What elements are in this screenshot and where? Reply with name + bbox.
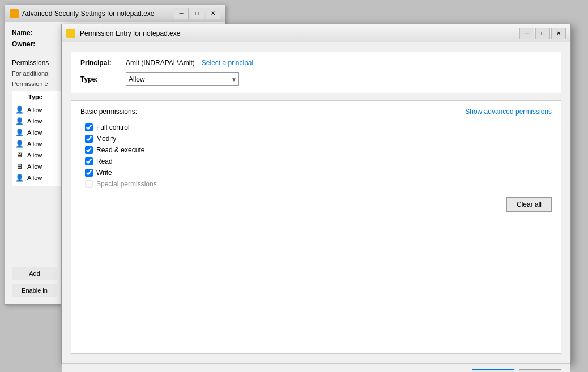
main-window-icon xyxy=(66,29,75,38)
special-permissions-label: Special permissions xyxy=(96,180,157,188)
type-dropdown-wrapper: Allow Deny ▼ xyxy=(126,72,239,86)
type-dropdown[interactable]: Allow Deny xyxy=(126,72,239,86)
user-icon-3: 👤 xyxy=(15,128,24,137)
cancel-button[interactable]: Cancel xyxy=(519,369,561,372)
select-principal-link[interactable]: Select a principal xyxy=(202,59,253,67)
type-row: Type: Allow Deny ▼ xyxy=(80,72,552,86)
permission-special: Special permissions xyxy=(80,180,552,188)
show-advanced-link[interactable]: Show advanced permissions xyxy=(465,108,552,116)
user-icon-2: 👤 xyxy=(15,117,24,126)
basic-permissions-label: Basic permissions: xyxy=(80,108,137,116)
principal-type-section: Principal: Amit (INDRAPAL\Amit) Select a… xyxy=(71,52,561,93)
bg-minimize-button[interactable]: ─ xyxy=(174,8,189,19)
main-titlebar: Permission Entry for notepad.exe ─ □ ✕ xyxy=(62,24,570,42)
main-minimize-button[interactable]: ─ xyxy=(519,28,534,39)
read-checkbox[interactable] xyxy=(85,157,93,165)
type-value-7: Allow xyxy=(27,174,42,181)
permissions-section: Basic permissions: Show advanced permiss… xyxy=(71,100,561,354)
modify-checkbox[interactable] xyxy=(85,135,93,143)
bg-titlebar-buttons: ─ □ ✕ xyxy=(174,8,220,19)
write-label: Write xyxy=(96,169,112,177)
full-control-label: Full control xyxy=(96,123,130,131)
main-titlebar-buttons: ─ □ ✕ xyxy=(519,28,566,39)
type-label: Type: xyxy=(80,75,126,83)
bg-window-title: Advanced Security Settings for notepad.e… xyxy=(22,10,171,18)
permission-write: Write xyxy=(80,169,552,177)
modify-label: Modify xyxy=(96,135,116,143)
bg-add-button[interactable]: Add xyxy=(12,267,57,280)
bg-enable-button[interactable]: Enable in xyxy=(12,284,57,297)
permission-entry-dialog: Permission Entry for notepad.exe ─ □ ✕ P… xyxy=(61,24,571,364)
bg-type-header: Type xyxy=(28,93,42,100)
bg-window-icon xyxy=(10,9,19,18)
read-label: Read xyxy=(96,157,113,165)
bg-name-label: Name: xyxy=(12,29,57,37)
permissions-header: Basic permissions: Show advanced permiss… xyxy=(80,108,552,116)
permission-full-control: Full control xyxy=(80,123,552,131)
read-execute-label: Read & execute xyxy=(96,146,144,154)
type-value-3: Allow xyxy=(27,129,42,136)
main-close-button[interactable]: ✕ xyxy=(551,28,566,39)
computer-icon-2: 🖥 xyxy=(15,162,24,171)
principal-label: Principal: xyxy=(80,59,126,67)
main-body: Principal: Amit (INDRAPAL\Amit) Select a… xyxy=(62,42,570,363)
clear-all-row: Clear all xyxy=(80,197,552,212)
full-control-checkbox[interactable] xyxy=(85,123,93,131)
user-icon-4: 👤 xyxy=(15,139,24,148)
principal-value: Amit (INDRAPAL\Amit) xyxy=(126,59,195,67)
user-icon-5: 👤 xyxy=(15,173,24,182)
permission-modify: Modify xyxy=(80,135,552,143)
dialog-footer: OK Cancel xyxy=(62,363,570,372)
computer-icon-1: 🖥 xyxy=(15,151,24,160)
bg-titlebar: Advanced Security Settings for notepad.e… xyxy=(5,5,225,22)
type-value-1: Allow xyxy=(27,106,42,113)
principal-row: Principal: Amit (INDRAPAL\Amit) Select a… xyxy=(80,59,552,67)
main-window-title: Permission Entry for notepad.exe xyxy=(80,29,515,37)
bg-close-button[interactable]: ✕ xyxy=(206,8,220,19)
special-permissions-checkbox[interactable] xyxy=(85,180,93,188)
permission-read-execute: Read & execute xyxy=(80,146,552,154)
type-value-2: Allow xyxy=(27,118,42,125)
main-maximize-button[interactable]: □ xyxy=(535,28,550,39)
bg-buttons: Add Enable in xyxy=(12,267,57,297)
ok-button[interactable]: OK xyxy=(472,369,514,372)
write-checkbox[interactable] xyxy=(85,169,93,177)
bg-owner-label: Owner: xyxy=(12,40,57,48)
clear-all-button[interactable]: Clear all xyxy=(506,197,552,212)
type-value-6: Allow xyxy=(27,163,42,170)
read-execute-checkbox[interactable] xyxy=(85,146,93,154)
bg-maximize-button[interactable]: □ xyxy=(190,8,204,19)
permission-read: Read xyxy=(80,157,552,165)
type-value-4: Allow xyxy=(27,140,42,147)
user-icon-1: 👤 xyxy=(15,105,24,114)
type-value-5: Allow xyxy=(27,152,42,159)
